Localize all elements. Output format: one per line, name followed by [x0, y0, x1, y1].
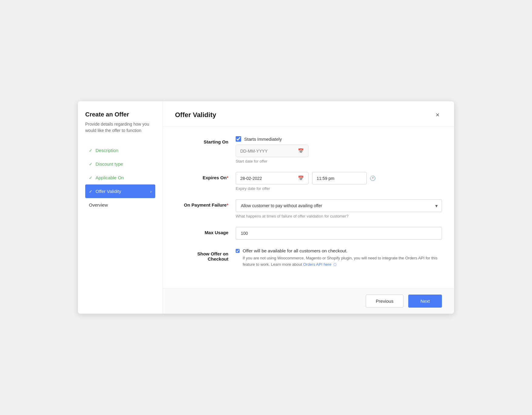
sidebar-description: Provide details regarding how you would … [85, 121, 155, 134]
next-button[interactable]: Next [408, 295, 442, 308]
sidebar-nav: ✓ Description ✓ Discount type ✓ Applicab… [85, 143, 155, 212]
expires-on-row: Expires On* 📅 🕐 Expiry date for offer [175, 172, 442, 191]
sidebar-item-applicable-label: Applicable On [96, 175, 124, 180]
sidebar-item-description-label: Description [96, 148, 118, 153]
start-date-hint: Start date for offer [236, 159, 442, 164]
show-offer-checkout-row: Show Offer on Checkout Offer will be ava… [175, 248, 442, 268]
expires-on-label: Expires On* [175, 172, 236, 180]
form-body: Starting On Starts Immediately 📅 Start d… [163, 127, 454, 288]
calendar-icon[interactable]: 📅 [298, 148, 304, 154]
previous-button[interactable]: Previous [366, 295, 403, 308]
checkout-main-text: Offer will be available for all customer… [243, 248, 442, 253]
payment-failure-select[interactable]: Allow customer to pay without availing o… [236, 199, 442, 212]
checkout-text-block: Offer will be available for all customer… [243, 248, 442, 268]
max-usage-label: Max Usage [175, 227, 236, 235]
show-offer-checkout-label: Show Offer on Checkout [175, 248, 236, 261]
sidebar-item-description[interactable]: ✓ Description [85, 143, 155, 157]
check-icon: ✓ [89, 162, 93, 167]
sidebar-title: Create an Offer [85, 111, 155, 118]
sidebar-item-overview[interactable]: Overview [85, 198, 155, 212]
starting-on-label: Starting On [175, 136, 236, 144]
start-date-input[interactable] [240, 149, 298, 154]
sidebar-item-overview-label: Overview [89, 202, 108, 208]
expires-on-controls: 📅 🕐 Expiry date for offer [236, 172, 442, 191]
starts-immediately-row: Starts Immediately [236, 136, 442, 142]
modal-container: Create an Offer Provide details regardin… [78, 101, 454, 314]
sidebar: Create an Offer Provide details regardin… [78, 101, 163, 314]
modal-title: Offer Validity [175, 111, 216, 119]
checkout-description: If you are not using Woocommerce, Magent… [243, 255, 442, 268]
starting-on-row: Starting On Starts Immediately 📅 Start d… [175, 136, 442, 164]
sidebar-item-offer-validity[interactable]: ✓ Offer Validity › [85, 184, 155, 198]
calendar-icon[interactable]: 📅 [298, 175, 304, 181]
max-usage-controls [236, 227, 442, 240]
payment-failure-select-wrapper: Allow customer to pay without availing o… [236, 199, 442, 212]
external-link-icon: ⬡ [333, 262, 336, 267]
starts-immediately-label: Starts Immediately [244, 137, 282, 142]
max-usage-row: Max Usage [175, 227, 442, 240]
sidebar-item-applicable-on[interactable]: ✓ Applicable On [85, 171, 155, 184]
payment-failure-hint: What happens at times of failure of offe… [236, 214, 442, 218]
starts-immediately-checkbox[interactable] [236, 136, 241, 142]
payment-failure-row: On Payment Failure* Allow customer to pa… [175, 199, 442, 218]
sidebar-item-discount-label: Discount type [96, 161, 123, 167]
max-usage-input[interactable] [236, 227, 442, 240]
expire-date-input[interactable] [240, 176, 298, 181]
expire-date-hint: Expiry date for offer [236, 186, 442, 191]
payment-failure-label: On Payment Failure* [175, 199, 236, 208]
close-button[interactable]: × [433, 110, 442, 120]
expires-inputs-row: 📅 🕐 [236, 172, 442, 184]
show-offer-checkout-checkbox[interactable] [236, 248, 240, 254]
start-date-wrapper: 📅 [236, 145, 308, 157]
check-icon: ✓ [89, 148, 93, 153]
expire-time-input[interactable] [317, 176, 370, 181]
main-content: Offer Validity × Starting On Starts Imme… [163, 101, 454, 314]
sidebar-item-offer-validity-label: Offer Validity [96, 189, 121, 194]
clock-icon[interactable]: 🕐 [370, 175, 376, 181]
chevron-right-icon: › [150, 189, 152, 194]
sidebar-item-discount-type[interactable]: ✓ Discount type [85, 157, 155, 171]
expire-time-wrapper: 🕐 [312, 172, 367, 184]
check-icon: ✓ [89, 175, 93, 180]
required-marker: * [227, 202, 228, 208]
show-offer-checkout-controls: Offer will be available for all customer… [236, 248, 442, 268]
expire-date-wrapper: 📅 [236, 172, 308, 184]
check-icon: ✓ [89, 189, 93, 194]
payment-failure-controls: Allow customer to pay without availing o… [236, 199, 442, 218]
starting-on-controls: Starts Immediately 📅 Start date for offe… [236, 136, 442, 164]
modal-header: Offer Validity × [163, 101, 454, 127]
checkout-checkbox-row: Offer will be available for all customer… [236, 248, 442, 268]
required-marker: * [227, 175, 228, 180]
modal-footer: Previous Next [163, 288, 454, 314]
orders-api-link[interactable]: Orders API here ⬡ [303, 262, 336, 267]
